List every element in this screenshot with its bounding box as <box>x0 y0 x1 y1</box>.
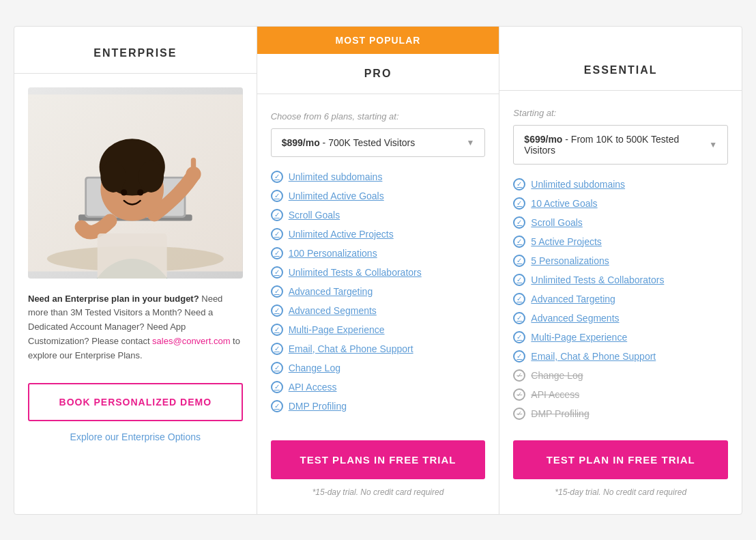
list-item[interactable]: ✓Advanced Targeting <box>271 285 486 298</box>
list-item[interactable]: ✓Advanced Targeting <box>513 293 728 305</box>
list-item[interactable]: ✓Change Log <box>271 362 486 374</box>
essential-title: ESSENTIAL <box>584 64 658 76</box>
check-circle-icon: ✓ <box>271 343 283 355</box>
svg-point-8 <box>100 160 126 192</box>
list-item[interactable]: ✓5 Active Projects <box>513 236 728 248</box>
list-item[interactable]: ✓Unlimited Active Goals <box>271 190 486 202</box>
check-circle-icon: ✓ <box>513 350 525 363</box>
enterprise-cta: BOOK PERSONALIZED DEMO Explore our Enter… <box>28 383 243 442</box>
pro-trial-note: *15-day trial. No credit card required <box>271 487 486 497</box>
enterprise-description: Need an Enterprise plan in your budget? … <box>28 292 243 363</box>
list-item[interactable]: ✓10 Active Goals <box>513 197 728 210</box>
enterprise-content: Need an Enterprise plan in your budget? … <box>14 74 257 514</box>
check-circle-icon: ✓ <box>271 285 283 298</box>
check-circle-icon: ✓ <box>513 331 525 343</box>
check-circle-icon: ✓ <box>271 304 283 317</box>
check-circle-icon: ✓ <box>271 381 283 393</box>
check-circle-icon: ✓ <box>271 266 283 279</box>
list-item[interactable]: ✓Unlimited Active Projects <box>271 228 486 240</box>
check-circle-icon: ✓ <box>271 209 283 221</box>
list-item[interactable]: ✓Unlimited Tests & Collaborators <box>271 266 486 279</box>
list-item[interactable]: ✓Advanced Segments <box>513 312 728 324</box>
essential-pricing-dropdown[interactable]: $699/mo - From 10K to 500K Tested Visito… <box>513 125 728 165</box>
pro-title: PRO <box>364 68 392 79</box>
check-circle-icon: ✓ <box>513 216 525 229</box>
list-item[interactable]: ✓Advanced Segments <box>271 304 486 317</box>
list-item[interactable]: ✓DMP Profiling <box>513 408 728 420</box>
enterprise-desc-bold: Need an Enterprise plan in your budget? <box>28 294 199 304</box>
pro-trial-button[interactable]: TEST PLANS IN FREE TRIAL <box>271 440 486 479</box>
list-item[interactable]: ✓Scroll Goals <box>271 209 486 221</box>
essential-price: $699/mo <box>524 134 562 145</box>
check-circle-icon: ✓ <box>513 236 525 248</box>
check-circle-icon: ✓ <box>513 197 525 210</box>
essential-content: Starting at: $699/mo - From 10K to 500K … <box>499 91 742 514</box>
essential-pricing-label: Starting at: <box>513 108 728 118</box>
essential-feature-list: ✓Unlimited subdomains✓10 Active Goals✓Sc… <box>513 178 728 427</box>
list-item[interactable]: ✓DMP Profiling <box>271 400 486 412</box>
check-circle-icon: ✓ <box>271 190 283 202</box>
check-circle-icon: ✓ <box>271 362 283 374</box>
enterprise-contact-pre: Please contact <box>89 336 153 346</box>
pro-price-display: $899/mo - 700K Tested Visitors <box>282 137 416 148</box>
check-circle-icon: ✓ <box>513 408 525 420</box>
essential-trial-note: *15-day trial. No credit card required <box>513 487 728 497</box>
check-circle-icon: ✓ <box>513 312 525 324</box>
check-circle-icon: ✓ <box>513 293 525 305</box>
book-demo-button[interactable]: BOOK PERSONALIZED DEMO <box>28 383 243 421</box>
chevron-down-icon: ▼ <box>466 138 474 147</box>
list-item[interactable]: ✓Unlimited Tests & Collaborators <box>513 274 728 286</box>
pro-header: PRO <box>257 54 499 94</box>
essential-column: ESSENTIAL Starting at: $699/mo - From 10… <box>499 27 742 514</box>
check-circle-icon: ✓ <box>271 171 283 183</box>
list-item[interactable]: ✓Email, Chat & Phone Support <box>513 350 728 363</box>
check-circle-icon: ✓ <box>513 388 525 401</box>
enterprise-column: ENTERPRISE <box>14 27 257 514</box>
enterprise-title: ENTERPRISE <box>93 47 177 59</box>
check-circle-icon: ✓ <box>513 178 525 190</box>
check-circle-icon: ✓ <box>271 247 283 259</box>
list-item[interactable]: ✓Multi-Page Experience <box>271 324 486 336</box>
svg-point-10 <box>121 189 127 195</box>
pro-pricing-dropdown[interactable]: $899/mo - 700K Tested Visitors ▼ <box>271 128 486 157</box>
svg-point-11 <box>137 189 143 195</box>
list-item[interactable]: ✓API Access <box>271 381 486 393</box>
check-circle-icon: ✓ <box>513 369 525 382</box>
check-circle-icon: ✓ <box>271 400 283 412</box>
check-circle-icon: ✓ <box>271 324 283 336</box>
list-item[interactable]: ✓Scroll Goals <box>513 216 728 229</box>
chevron-down-icon: ▼ <box>709 140 717 150</box>
enterprise-header: ENTERPRISE <box>14 27 257 74</box>
check-circle-icon: ✓ <box>271 228 283 240</box>
pro-price: $899/mo <box>282 137 320 148</box>
check-circle-icon: ✓ <box>513 255 525 267</box>
list-item[interactable]: ✓100 Personalizations <box>271 247 486 259</box>
pro-column: MOST POPULAR PRO Choose from 6 plans, st… <box>257 27 500 514</box>
pro-feature-list: ✓Unlimited subdomains✓Unlimited Active G… <box>271 171 486 427</box>
svg-rect-13 <box>191 157 196 170</box>
pro-content: Choose from 6 plans, starting at: $899/m… <box>257 94 499 514</box>
enterprise-image <box>28 87 243 279</box>
essential-trial-button[interactable]: TEST PLAN IN FREE TRIAL <box>513 440 728 479</box>
list-item[interactable]: ✓Change Log <box>513 369 728 382</box>
most-popular-badge: MOST POPULAR <box>257 27 499 54</box>
list-item[interactable]: ✓Multi-Page Experience <box>513 331 728 343</box>
pro-pricing-label: Choose from 6 plans, starting at: <box>271 111 486 122</box>
enterprise-email[interactable]: sales@convert.com <box>152 336 230 346</box>
list-item[interactable]: ✓5 Personalizations <box>513 255 728 267</box>
essential-header: ESSENTIAL <box>499 27 742 91</box>
pro-price-detail: - 700K Tested Visitors <box>320 137 416 148</box>
svg-point-9 <box>139 160 164 192</box>
svg-rect-14 <box>98 233 167 279</box>
explore-enterprise-link[interactable]: Explore our Enterprise Options <box>28 431 243 442</box>
pricing-table: ENTERPRISE <box>14 26 742 515</box>
essential-price-display: $699/mo - From 10K to 500K Tested Visito… <box>524 134 709 156</box>
list-item[interactable]: ✓Unlimited subdomains <box>271 171 486 183</box>
list-item[interactable]: ✓API Access <box>513 388 728 401</box>
check-circle-icon: ✓ <box>513 274 525 286</box>
list-item[interactable]: ✓Email, Chat & Phone Support <box>271 343 486 355</box>
list-item[interactable]: ✓Unlimited subdomains <box>513 178 728 190</box>
